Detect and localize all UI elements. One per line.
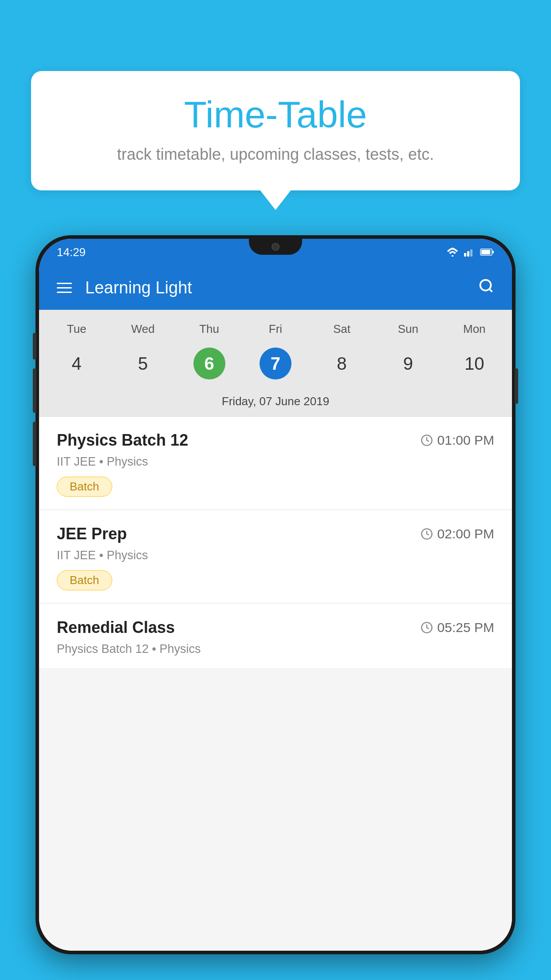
menu-button[interactable] xyxy=(57,283,72,293)
day-header-tue: Tue xyxy=(43,319,110,340)
day-8[interactable]: 8 xyxy=(309,343,375,384)
schedule-item-3-header: Remedial Class 05:25 PM xyxy=(57,618,494,637)
clock-icon-2 xyxy=(421,528,433,540)
class-name-3: Remedial Class xyxy=(57,618,175,637)
phone-container: 14:29 xyxy=(35,235,516,980)
signal-icon xyxy=(464,248,475,257)
status-icons xyxy=(446,248,494,257)
svg-line-8 xyxy=(489,288,492,292)
day-5[interactable]: 5 xyxy=(110,343,176,384)
day-header-sat: Sat xyxy=(309,319,375,340)
day-header-sun: Sun xyxy=(375,319,441,340)
wifi-icon xyxy=(446,248,459,257)
day-header-fri: Fri xyxy=(242,319,308,340)
schedule-item-2[interactable]: JEE Prep 02:00 PM IIT JEE • Physics Batc… xyxy=(39,510,512,603)
schedule-item-1-header: Physics Batch 12 01:00 PM xyxy=(57,431,494,450)
day-header-mon: Mon xyxy=(441,319,508,340)
svg-point-7 xyxy=(480,280,491,290)
batch-badge-2: Batch xyxy=(57,570,112,590)
day-headers: Tue Wed Thu Fri Sat Sun Mon xyxy=(39,319,512,340)
battery-icon xyxy=(480,248,494,257)
mute-button xyxy=(33,422,36,466)
schedule-meta-3: Physics Batch 12 • Physics xyxy=(57,642,494,656)
schedule-item-2-header: JEE Prep 02:00 PM xyxy=(57,525,494,543)
day-7[interactable]: 7 xyxy=(242,343,308,384)
camera-dot xyxy=(272,243,279,251)
day-numbers: 4 5 6 7 8 9 10 xyxy=(39,340,512,390)
phone-notch xyxy=(249,239,302,255)
batch-badge-1: Batch xyxy=(57,477,112,497)
day-header-thu: Thu xyxy=(176,319,242,340)
clock-icon-1 xyxy=(421,434,433,447)
day-6[interactable]: 6 xyxy=(176,343,242,384)
phone-screen: 14:29 xyxy=(39,239,512,951)
bubble-subtitle: track timetable, upcoming classes, tests… xyxy=(58,145,493,164)
search-icon[interactable] xyxy=(478,278,494,298)
phone-frame: 14:29 xyxy=(35,235,516,954)
app-bar: Learning Light xyxy=(39,265,512,310)
calendar-strip: Tue Wed Thu Fri Sat Sun Mon 4 5 6 7 xyxy=(39,310,512,417)
speech-bubble: Time-Table track timetable, upcoming cla… xyxy=(31,71,520,190)
schedule-meta-1: IIT JEE • Physics xyxy=(57,455,494,469)
status-time: 14:29 xyxy=(57,245,86,259)
day-header-wed: Wed xyxy=(110,319,176,340)
selected-date-label: Friday, 07 June 2019 xyxy=(39,390,512,417)
clock-icon-3 xyxy=(421,621,433,634)
svg-rect-1 xyxy=(464,253,466,257)
schedule-list: Physics Batch 12 01:00 PM IIT JEE • Phys… xyxy=(39,417,512,951)
schedule-time-1: 01:00 PM xyxy=(421,433,494,448)
app-title: Learning Light xyxy=(85,278,465,297)
class-name-2: JEE Prep xyxy=(57,525,127,543)
volume-down-button xyxy=(33,368,36,413)
svg-point-0 xyxy=(452,255,453,257)
schedule-item-3[interactable]: Remedial Class 05:25 PM Physics Batch 12… xyxy=(39,604,512,669)
class-name-1: Physics Batch 12 xyxy=(57,431,188,450)
schedule-meta-2: IIT JEE • Physics xyxy=(57,549,494,562)
day-4[interactable]: 4 xyxy=(43,343,110,384)
schedule-time-2: 02:00 PM xyxy=(421,526,494,541)
svg-rect-6 xyxy=(492,251,494,253)
svg-rect-2 xyxy=(467,251,469,257)
svg-rect-3 xyxy=(470,249,472,257)
bubble-title: Time-Table xyxy=(58,93,493,136)
schedule-item-1[interactable]: Physics Batch 12 01:00 PM IIT JEE • Phys… xyxy=(39,417,512,510)
day-9[interactable]: 9 xyxy=(375,343,441,384)
power-button xyxy=(515,368,518,404)
svg-rect-5 xyxy=(481,250,490,254)
day-10[interactable]: 10 xyxy=(441,343,508,384)
volume-up-button xyxy=(33,333,36,360)
schedule-time-3: 05:25 PM xyxy=(421,620,494,635)
